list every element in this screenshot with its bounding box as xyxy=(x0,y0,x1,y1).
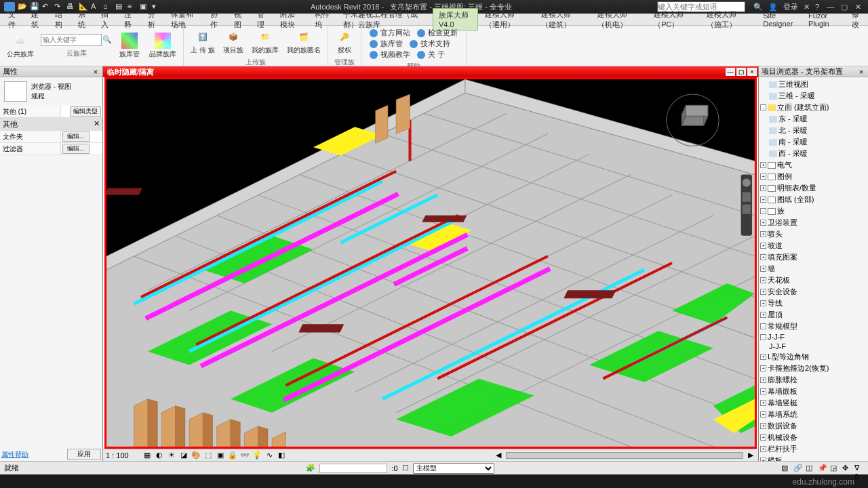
expander-icon[interactable]: - xyxy=(760,104,766,110)
tree-node[interactable]: +膨胀螺栓 xyxy=(760,374,867,386)
properties-help-link[interactable]: 属性帮助 xyxy=(1,450,28,460)
menu-tab[interactable]: 建模大师（建筑） xyxy=(536,8,591,31)
tree-node[interactable]: +天花板 xyxy=(760,274,867,286)
tree-node[interactable]: 西 - 采暖 xyxy=(760,148,867,159)
filter2-icon[interactable]: ∇ 0 xyxy=(854,464,864,473)
expander-icon[interactable]: + xyxy=(760,365,766,371)
tree-node[interactable]: +数据设备 xyxy=(760,420,867,432)
menu-tab[interactable]: 建模大师（机电） xyxy=(592,8,647,31)
tree-node[interactable]: +屋顶 xyxy=(760,309,867,321)
model-select[interactable]: 主模型 xyxy=(413,463,494,474)
filter-icon[interactable]: ▧ xyxy=(781,464,791,473)
my-family-button[interactable]: 📁我的族库 xyxy=(249,27,281,56)
select-links-icon[interactable]: 🔗 xyxy=(793,464,803,473)
viewport-canvas[interactable] xyxy=(104,77,757,449)
view-close-icon[interactable]: × xyxy=(747,68,757,76)
tree-node[interactable]: +导线 xyxy=(760,298,867,309)
expander-icon[interactable]: + xyxy=(760,400,766,406)
tree-node[interactable]: +喷头 xyxy=(760,228,867,240)
edit-button[interactable]: 编辑... xyxy=(62,131,90,142)
tree-node[interactable]: +电气 xyxy=(760,159,867,171)
expander-icon[interactable]: + xyxy=(760,377,766,383)
close-icon[interactable]: × xyxy=(857,68,865,76)
tree-node[interactable]: +明细表/数量 xyxy=(760,182,867,194)
tree-node[interactable]: -族 xyxy=(760,205,867,217)
apply-button[interactable]: 应用 xyxy=(67,449,101,460)
instance-filter[interactable]: 其他 (1) xyxy=(0,106,61,117)
highlight-icon[interactable]: ◧ xyxy=(277,451,286,460)
edit-button[interactable]: 编辑... xyxy=(62,144,90,154)
expander-icon[interactable]: - xyxy=(760,334,766,340)
close-icon[interactable]: × xyxy=(92,68,100,76)
tree-node[interactable]: -立面 (建筑立面) xyxy=(760,102,867,113)
search-icon[interactable]: 🔍 xyxy=(102,35,113,44)
tree-node[interactable]: +幕墙竖梃 xyxy=(760,397,867,409)
public-family-button[interactable]: ☁️ 公共族库 xyxy=(4,31,37,60)
tree-node[interactable]: +卫浴装置 xyxy=(760,217,867,228)
scroll-right-icon[interactable]: ▶ xyxy=(746,451,755,460)
tree-node[interactable]: 南 - 采暖 xyxy=(760,136,867,148)
horizontal-scrollbar[interactable] xyxy=(506,452,743,459)
tree-node[interactable]: J-J-F xyxy=(760,342,867,351)
scale-value[interactable]: 1 : 100 xyxy=(106,451,140,460)
expander-icon[interactable]: + xyxy=(760,388,766,394)
tree-node[interactable]: +楼板 xyxy=(760,455,867,461)
upload-family-button[interactable]: ⬆️上 传 族 xyxy=(188,27,218,56)
tree-node[interactable]: +坡道 xyxy=(760,240,867,251)
lock3d-icon[interactable]: 🔒 xyxy=(228,451,237,460)
authorize-button[interactable]: 🔑授权 xyxy=(332,27,357,56)
tree-node[interactable]: -常规模型 xyxy=(760,321,867,332)
expander-icon[interactable]: + xyxy=(760,220,766,226)
tree-node[interactable]: +机械设备 xyxy=(760,432,867,443)
keyword-input[interactable] xyxy=(41,34,102,46)
menu-tab[interactable]: 建模大师（通用） xyxy=(479,8,534,31)
type-selector[interactable]: 浏览器 - 视图 规程 xyxy=(31,82,71,101)
tree-node[interactable]: +L型等边角钢 xyxy=(760,351,867,363)
temp-hide-icon[interactable]: 👓 xyxy=(240,451,250,460)
tree-node[interactable]: 北 - 采暖 xyxy=(760,125,867,136)
expander-icon[interactable]: - xyxy=(760,208,766,214)
project-tree[interactable]: 三维视图三维 - 采暖-立面 (建筑立面)东 - 采暖北 - 采暖南 - 采暖西… xyxy=(759,77,868,461)
expander-icon[interactable]: + xyxy=(760,411,766,418)
expander-icon[interactable]: + xyxy=(760,300,766,306)
crop-icon[interactable]: ⬚ xyxy=(203,451,213,460)
my-anon-button[interactable]: 🗂️我的族匿名 xyxy=(284,27,323,56)
sun-path-icon[interactable]: ☀ xyxy=(167,451,176,460)
expander-icon[interactable]: + xyxy=(760,254,766,260)
tree-node[interactable]: +图纸 (全部) xyxy=(760,194,867,205)
menu-tab[interactable]: Fuzor Plugin xyxy=(803,10,845,29)
tree-node[interactable]: +填充图案 xyxy=(760,251,867,263)
view-maximize-icon[interactable]: ▢ xyxy=(736,68,746,76)
detail-level-icon[interactable]: ▦ xyxy=(142,451,152,460)
view-minimize-icon[interactable]: — xyxy=(726,68,735,76)
help-link[interactable]: 视频教学 xyxy=(370,49,410,60)
drag-icon[interactable]: ✥ xyxy=(842,464,852,473)
shadows-icon[interactable]: ◪ xyxy=(179,451,189,460)
select-underlay-icon[interactable]: ◫ xyxy=(806,464,815,473)
tree-node[interactable]: 三维视图 xyxy=(760,79,867,90)
help-link[interactable]: 族库管 xyxy=(370,39,403,49)
tree-node[interactable]: +幕墙系统 xyxy=(760,409,867,420)
tree-node[interactable]: +栏杆扶手 xyxy=(760,443,867,455)
expander-icon[interactable]: + xyxy=(760,423,766,429)
edit-type-button[interactable]: 编辑类型 xyxy=(70,106,101,117)
expander-icon[interactable]: + xyxy=(760,354,766,360)
menu-tab[interactable]: 建模大师（PC） xyxy=(648,8,700,31)
tree-node[interactable]: +墙 xyxy=(760,263,867,274)
expander-icon[interactable]: + xyxy=(760,277,766,283)
expander-icon[interactable]: - xyxy=(760,323,766,329)
help-link[interactable]: 关 于 xyxy=(417,49,445,60)
expander-icon[interactable]: + xyxy=(760,243,766,249)
brand-family-button[interactable]: 品牌族库 xyxy=(146,31,179,60)
menu-tab[interactable]: 建模大师（施工） xyxy=(701,8,756,31)
project-family-button[interactable]: 📦项目族 xyxy=(220,27,246,56)
tree-node[interactable]: +安全设备 xyxy=(760,286,867,298)
select-face-icon[interactable]: ◲ xyxy=(830,464,840,473)
expander-icon[interactable]: + xyxy=(760,446,766,452)
select-pinned-icon[interactable]: 📌 xyxy=(818,464,827,473)
expander-icon[interactable]: + xyxy=(760,174,766,180)
expander-icon[interactable]: + xyxy=(760,434,766,441)
expander-icon[interactable]: + xyxy=(760,312,766,318)
expander-icon[interactable]: + xyxy=(760,289,766,295)
expander-icon[interactable]: + xyxy=(760,231,766,237)
